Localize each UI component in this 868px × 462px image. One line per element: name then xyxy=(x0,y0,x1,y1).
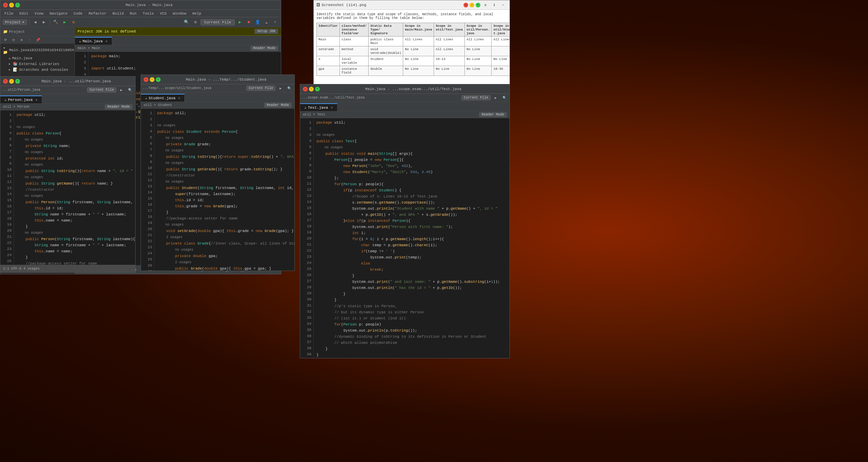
screenshot-maximize-btn[interactable]: + xyxy=(476,3,480,7)
person-minimize-btn[interactable]: − xyxy=(9,79,14,84)
menu-build[interactable]: Build xyxy=(110,11,126,16)
screenshot-titlebar: 🖼 Screenshot (114).png ✕ − + ⊕ ℹ ⋯ xyxy=(314,0,510,10)
toolbar-extra-2[interactable]: ☁ xyxy=(263,19,270,26)
student-minimize-btn[interactable]: − xyxy=(150,77,154,82)
screenshot-zoom-btn[interactable]: ⊕ xyxy=(482,1,489,9)
student-code-content[interactable]: package util; no usages public class Stu… xyxy=(154,109,294,271)
person-tab-close[interactable]: ✕ xyxy=(35,98,38,102)
test-maximize-btn[interactable]: + xyxy=(315,87,320,91)
test-code-content[interactable]: package util; no usages public class Tes… xyxy=(314,118,510,358)
tree-main-label: Main.java xyxy=(12,56,32,60)
student-tab-close[interactable]: ✕ xyxy=(178,96,181,100)
test-close-btn[interactable]: ✕ xyxy=(303,87,308,91)
menu-help[interactable]: Help xyxy=(190,11,204,16)
sidebar-pin-btn[interactable]: 📌 xyxy=(34,36,42,44)
toolbar-extra-3[interactable]: ⚡ xyxy=(271,19,279,26)
tab-test-java[interactable]: ☕ Test.java ✕ xyxy=(300,103,337,111)
maximize-button[interactable]: + xyxy=(15,3,20,7)
test-run-btn[interactable]: ▶ xyxy=(492,94,499,102)
build-button[interactable]: 🔨 xyxy=(52,19,60,26)
menu-vcs[interactable]: VCS xyxy=(157,11,169,16)
cell-gpa-type: instance field xyxy=(340,66,369,76)
student-current-file-badge[interactable]: Current File xyxy=(246,86,275,91)
person-code-editor[interactable]: 12345 678910 1112131415 1617181920 21222… xyxy=(0,110,135,265)
menu-view[interactable]: View xyxy=(32,11,46,16)
tree-root[interactable]: ▾ 📁 Main.java10323255618343219854 xyxy=(0,45,75,55)
menu-bar: File Edit View Navigate Code Refactor Bu… xyxy=(0,10,281,17)
tree-main-java[interactable]: ☕ Main.java xyxy=(0,55,75,61)
settings-small-btn[interactable]: ⚙ xyxy=(18,36,25,44)
search-button[interactable]: 🔍 xyxy=(183,19,190,26)
test-current-file-badge[interactable]: Current File xyxy=(461,95,491,100)
breadcrumb-main: main > Main xyxy=(78,46,100,50)
test-editor-tabs: ☕ Test.java ✕ xyxy=(300,102,510,111)
toolbar-extra-1[interactable]: 👤 xyxy=(254,19,261,26)
tab-person-java[interactable]: ☕ Person.java ✕ xyxy=(0,96,42,103)
tab-main-java-close[interactable]: ✕ xyxy=(105,39,108,43)
tab-student-java[interactable]: ☕ Student.java ✕ xyxy=(141,94,185,102)
menu-refactor[interactable]: Refactor xyxy=(86,11,109,16)
col-identifier: Identifier xyxy=(317,23,340,37)
sync-btn[interactable]: ⟳ xyxy=(2,36,9,44)
setup-jdk-btn[interactable]: Setup JDK xyxy=(254,29,278,34)
toolbar-btn-1[interactable]: ◀ xyxy=(32,19,39,26)
person-close-btn[interactable]: ✕ xyxy=(3,79,8,84)
student-tab-label: Student.java xyxy=(149,96,175,100)
screenshot-close-btn[interactable]: ✕ xyxy=(463,3,468,7)
test-tab-close[interactable]: ✕ xyxy=(331,105,333,110)
cell-gpa-scope-main: No Line xyxy=(403,66,434,76)
col-scope-test: Scope in util/Test.java xyxy=(434,23,465,37)
menu-run[interactable]: Run xyxy=(127,11,139,16)
debug-button[interactable]: ⚙ xyxy=(70,19,77,26)
tab-main-java[interactable]: ☕ Main.java ✕ xyxy=(75,37,112,45)
student-run-btn[interactable]: ▶ xyxy=(277,85,284,92)
settings-button[interactable]: ⚙ xyxy=(192,19,199,26)
project-label: Project xyxy=(5,20,21,24)
student-reader-mode-btn[interactable]: Reader Mode xyxy=(264,103,292,108)
student-search-btn[interactable]: 🔍 xyxy=(286,85,293,92)
menu-navigate[interactable]: Navigate xyxy=(47,11,70,16)
menu-tools[interactable]: Tools xyxy=(140,11,157,16)
stop-btn[interactable]: ■ xyxy=(245,19,252,26)
cell-gpa-scope-test: No Line xyxy=(434,66,465,76)
tree-ext-libs[interactable]: ▸ 📚 External Libraries xyxy=(0,61,75,67)
minimize-button[interactable]: − xyxy=(9,3,14,7)
sidebar-more-btn[interactable]: ⋮ xyxy=(26,36,34,44)
person-search-btn[interactable]: 🔍 xyxy=(126,86,134,94)
menu-code[interactable]: Code xyxy=(71,11,85,16)
test-search-btn[interactable]: 🔍 xyxy=(501,94,508,102)
person-current-file-badge[interactable]: Current File xyxy=(87,87,116,92)
person-code-content[interactable]: package util; no usages public class Per… xyxy=(14,110,135,265)
student-maximize-btn[interactable]: + xyxy=(156,77,161,82)
student-code-editor[interactable]: 12345 678910 1112131415 1617181920 21222… xyxy=(141,109,294,271)
current-file-badge[interactable]: Current File xyxy=(201,19,235,25)
test-minimize-btn[interactable]: − xyxy=(309,87,314,91)
menu-window[interactable]: Window xyxy=(170,11,189,16)
cell-main-scope-main: All Lines xyxy=(403,37,434,46)
run-button[interactable]: ▶ xyxy=(61,19,68,26)
test-code-editor[interactable]: 12345 678910 1112131415 1617181920 21222… xyxy=(300,118,510,358)
screenshot-minimize-btn[interactable]: − xyxy=(470,3,474,7)
test-reader-mode-btn[interactable]: Reader Mode xyxy=(479,112,507,117)
tree-ext-label: External Libraries xyxy=(19,62,59,66)
screenshot-more-btn[interactable]: ⋯ xyxy=(499,1,507,9)
person-breadcrumb: ...util/Person.java xyxy=(2,88,40,92)
person-tab-icon: ☕ xyxy=(4,98,7,102)
toolbar-btn-2[interactable]: ▶ xyxy=(40,19,48,26)
reader-mode-btn-main[interactable]: Reader Mode xyxy=(250,46,278,51)
person-toolbar: ...util/Person.java Current File ▶ 🔍 xyxy=(0,86,135,94)
student-close-btn[interactable]: ✕ xyxy=(144,77,148,82)
project-selector[interactable]: Project ▾ xyxy=(2,19,27,25)
person-reader-mode-btn[interactable]: Reader Mode xyxy=(105,104,132,109)
close-button[interactable]: ✕ xyxy=(3,3,8,7)
menu-file[interactable]: File xyxy=(2,11,16,16)
toolbar-separator-1 xyxy=(29,19,29,25)
collapse-btn[interactable]: ⊟ xyxy=(10,36,17,44)
cell-s-scope-person: No Line xyxy=(465,56,492,66)
screenshot-info-btn[interactable]: ℹ xyxy=(491,1,498,9)
menu-edit[interactable]: Edit xyxy=(17,11,31,16)
run-config-btn[interactable]: ▶ xyxy=(236,19,244,26)
person-run-btn[interactable]: ▶ xyxy=(118,86,125,94)
tree-scratches[interactable]: ▸ 📝 Scratches and Consoles xyxy=(0,67,75,72)
person-maximize-btn[interactable]: + xyxy=(15,79,20,84)
